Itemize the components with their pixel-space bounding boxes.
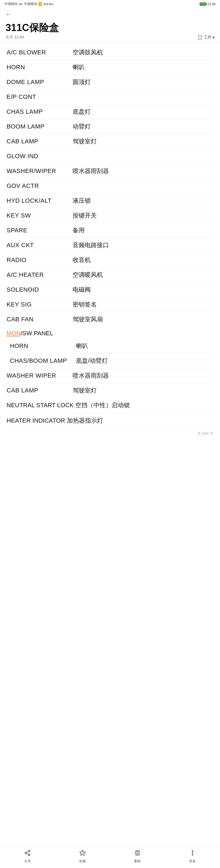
share-button[interactable]: 分享	[24, 849, 31, 864]
item-label: DOME LAMP	[7, 78, 73, 87]
item-label: GOV ACTR	[7, 181, 73, 190]
mon-section-header: MON /SW PANEL	[7, 327, 213, 339]
item-value: 底盘灯	[73, 107, 213, 116]
list-item: CHAS/BOOM LAMP 底盘/动臂灯	[7, 353, 213, 368]
page-header: 311C保险盒 今天 12:44 📋 工作 ▾	[0, 21, 220, 42]
more-icon	[189, 849, 196, 858]
list-item: HORN 喇叭	[7, 60, 213, 75]
list-item: GLOW IND	[7, 149, 213, 164]
content-area: A/C BLOWER 空调鼓风机 HORN 喇叭 DOME LAMP 圆顶灯 E…	[0, 42, 220, 455]
item-label: CAB LAMP	[7, 137, 73, 146]
status-left: 中国移动 4G 中国移动 📶 459 B/s	[4, 2, 54, 6]
item-label: AUX CKT	[7, 241, 73, 250]
work-icon: 📋	[197, 35, 203, 40]
item-label: WASHER/WIPER	[7, 166, 73, 176]
list-item: CHAS LAMP 底盘灯	[7, 104, 213, 119]
item-label: CAB FAN	[7, 315, 73, 324]
trash-icon	[134, 849, 141, 858]
list-item: KEY SIG 密钥签名	[7, 297, 213, 312]
item-value: 收音机	[73, 255, 213, 265]
neutral-start-value: 空挡（中性）启动锁	[75, 402, 130, 409]
list-item: KEY SW 按键开关	[7, 208, 213, 223]
item-label: CAB LAMP	[7, 386, 73, 395]
item-label: SOLENOID	[7, 285, 73, 294]
share-icon	[24, 849, 31, 858]
work-label: 工作	[204, 35, 212, 40]
back-button[interactable]: ←	[5, 11, 11, 18]
svg-line-4	[27, 851, 29, 852]
page-date: 今天 12:44	[5, 35, 24, 40]
bottom-bar: 分享 收藏 删除 更多	[0, 846, 220, 868]
item-label: A/C BLOWER	[7, 48, 73, 57]
item-value: 空调鼓风机	[73, 48, 213, 57]
more-button[interactable]: 更多	[189, 849, 196, 864]
item-value: 喷水器雨刮器	[73, 371, 213, 380]
collect-button[interactable]: 收藏	[79, 849, 86, 864]
heater-item: HEATER INDICATOR 加热器指示灯	[7, 413, 213, 428]
item-label: BOOM LAMP	[7, 122, 73, 131]
collect-label: 收藏	[79, 859, 86, 864]
list-item: RADIO 收音机	[7, 253, 213, 268]
page-meta: 今天 12:44 📋 工作 ▾	[5, 35, 215, 40]
item-value: 喇叭	[73, 63, 213, 72]
list-item: AUX CKT 音频电路接口	[7, 238, 213, 253]
item-value: 驾驶室风扇	[73, 315, 213, 324]
item-label: A/C HEATER	[7, 270, 73, 279]
battery-icon	[200, 2, 206, 6]
item-value: 电磁阀	[73, 285, 213, 294]
carrier1-label: 中国移动	[4, 2, 18, 6]
item-label: HORN	[7, 63, 73, 72]
item-label: HYD LOCK/ALT	[7, 196, 73, 205]
svg-point-8	[192, 855, 193, 856]
time-label: 12:46	[208, 2, 216, 6]
list-item: CAB LAMP 驾驶室灯	[7, 134, 213, 149]
item-label: WASHER WIPER	[7, 371, 73, 380]
item-label: HORN	[10, 341, 76, 350]
list-item: WASHER WIPER 喷水器雨刮器	[7, 368, 213, 383]
delete-button[interactable]: 删除	[134, 849, 141, 864]
item-label: GLOW IND	[7, 152, 73, 161]
neutral-start-content: NEUTRAL START LOCK 空挡（中性）启动锁	[7, 400, 213, 410]
word-count: 共 639 字	[7, 429, 213, 439]
item-value: 密钥签名	[73, 300, 213, 309]
item-value: 液压锁	[73, 196, 213, 205]
list-item: DOME LAMP 圆顶灯	[7, 75, 213, 90]
item-value: 喇叭	[76, 341, 213, 350]
item-value: 底盘/动臂灯	[76, 356, 213, 365]
data-label: 4G	[19, 2, 23, 6]
item-value: 按键开关	[73, 211, 213, 220]
item-label: CHAS/BOOM LAMP	[10, 356, 76, 365]
svg-line-3	[27, 854, 29, 855]
item-label: RADIO	[7, 255, 73, 265]
star-icon	[79, 849, 86, 858]
status-bar: 中国移动 4G 中国移动 📶 459 B/s 12:46	[0, 0, 220, 8]
heater-label: HEATER INDICATOR	[7, 417, 65, 424]
signal-label: 📶	[38, 2, 43, 6]
list-item: CAB FAN 驾驶室风扇	[7, 312, 213, 327]
item-label: E/P CONT	[7, 92, 73, 101]
neutral-start-item: NEUTRAL START LOCK 空挡（中性）启动锁	[7, 398, 213, 413]
dropdown-icon: ▾	[213, 35, 215, 39]
neutral-start-label: NEUTRAL START LOCK	[7, 402, 74, 409]
list-item: HORN 喇叭	[7, 339, 213, 353]
svg-point-0	[28, 850, 30, 852]
mon-link[interactable]: MON	[7, 330, 21, 337]
items-list: A/C BLOWER 空调鼓风机 HORN 喇叭 DOME LAMP 圆顶灯 E…	[7, 45, 213, 327]
list-item: A/C HEATER 空调暖风机	[7, 268, 213, 282]
item-value: 圆顶灯	[73, 78, 213, 87]
delete-label: 删除	[134, 859, 141, 864]
work-tag[interactable]: 📋 工作 ▾	[197, 35, 215, 40]
item-label: KEY SW	[7, 211, 73, 220]
list-item: CAB LAMP 驾驶室灯	[7, 383, 213, 398]
nav-bar: ←	[0, 8, 220, 21]
item-value: 动臂灯	[73, 122, 213, 131]
item-value: 驾驶室灯	[73, 386, 213, 395]
page-title: 311C保险盒	[5, 22, 215, 33]
svg-point-7	[192, 852, 193, 854]
heater-value: 加热器指示灯	[67, 417, 103, 424]
list-item: SPARE 备用	[7, 223, 213, 238]
item-label: CHAS LAMP	[7, 107, 73, 116]
item-label: KEY SIG	[7, 300, 73, 309]
svg-point-1	[25, 852, 27, 854]
sw-panel-label: /SW PANEL	[21, 330, 53, 337]
